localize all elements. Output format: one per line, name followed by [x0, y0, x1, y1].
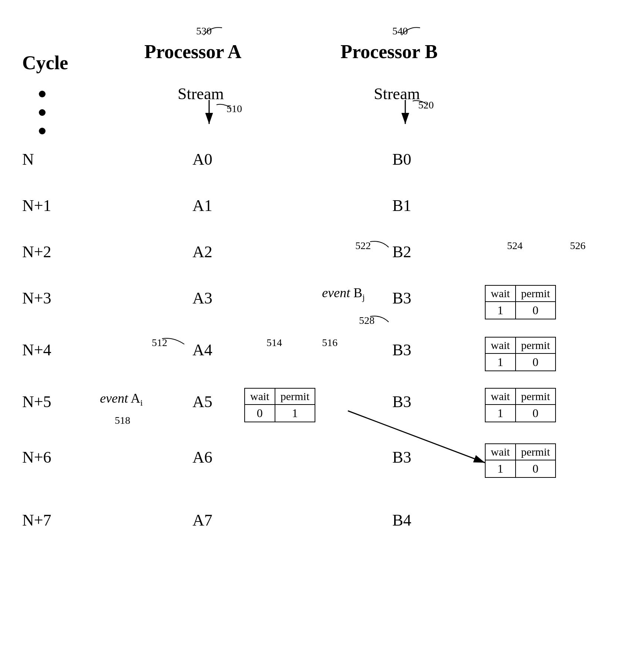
b1: B1: [392, 196, 411, 215]
cycle-n6: N+6: [22, 448, 51, 467]
table-b3-wait-val: 1: [485, 405, 516, 422]
table-b2-wait-val: 1: [485, 353, 516, 371]
b4: B4: [392, 511, 411, 530]
svg-line-4: [348, 411, 485, 463]
a1: A1: [192, 196, 212, 215]
b2: B2: [392, 242, 411, 261]
table-a: wait permit 0 1: [244, 388, 315, 422]
cycle-n: N: [22, 150, 34, 169]
b3-row4: B3: [392, 341, 411, 359]
table-b4-permit-header: permit: [516, 444, 556, 460]
event-bj: event Bj: [322, 285, 365, 302]
ref-530-line: [200, 24, 229, 43]
table-a-permit-header: permit: [275, 388, 315, 405]
b3-row6: B3: [392, 448, 411, 467]
cycle-n5: N+5: [22, 392, 51, 411]
table-a-permit-val: 1: [275, 405, 315, 422]
table-b2-wait-header: wait: [485, 337, 516, 353]
a7: A7: [192, 511, 212, 530]
table-b2-permit-val: 0: [516, 353, 556, 371]
table-b3-permit-header: permit: [516, 388, 556, 405]
table-b4-wait-val: 1: [485, 460, 516, 477]
table-b4-wait-header: wait: [485, 444, 516, 460]
table-b1-wait-header: wait: [485, 285, 516, 302]
ref-512-line: [158, 337, 188, 348]
cycle-n4: N+4: [22, 341, 51, 359]
a5: A5: [192, 392, 212, 411]
cycle-header: Cycle: [22, 52, 68, 74]
dot-1: [39, 91, 46, 97]
table-b-1: wait permit 1 0: [485, 285, 556, 319]
table-b2-permit-header: permit: [516, 337, 556, 353]
a3: A3: [192, 289, 212, 308]
ref-520-line: [409, 99, 431, 110]
cycle-n3: N+3: [22, 289, 51, 308]
b3-row3: B3: [392, 289, 411, 308]
table-b-2: wait permit 1 0: [485, 337, 556, 371]
ref-524: 524: [507, 240, 523, 252]
dot-2: [39, 109, 46, 116]
table-a-wait-header: wait: [245, 388, 275, 405]
processor-b-header: Processor B: [341, 41, 437, 63]
table-b1-wait-val: 1: [485, 302, 516, 319]
dot-3: [39, 128, 46, 134]
table-b1-permit-val: 0: [516, 302, 556, 319]
ref-522-line: [366, 240, 392, 251]
table-b3-permit-val: 0: [516, 405, 556, 422]
cycle-n2: N+2: [22, 242, 51, 261]
permit-arrow: [348, 403, 489, 470]
table-b-3: wait permit 1 0: [485, 388, 556, 422]
ref-526: 526: [570, 240, 586, 252]
diagram: Cycle 530 Processor A 540 Processor B St…: [0, 0, 644, 654]
cycle-n1: N+1: [22, 196, 51, 215]
table-b3-wait-header: wait: [485, 388, 516, 405]
ref-528-line: [366, 315, 392, 326]
a2: A2: [192, 242, 212, 261]
a4: A4: [192, 341, 212, 359]
table-b-4: wait permit 1 0: [485, 443, 556, 478]
ref-510-line: [213, 103, 235, 114]
a0: A0: [192, 150, 212, 169]
ref-518: 518: [115, 415, 130, 426]
ref-514: 514: [266, 337, 282, 349]
table-b4-permit-val: 0: [516, 460, 556, 477]
ref-540-line: [398, 24, 427, 43]
cycle-n7: N+7: [22, 511, 51, 530]
table-a-wait-val: 0: [245, 405, 275, 422]
event-ai: event Ai: [100, 390, 143, 408]
ref-516: 516: [322, 337, 338, 349]
a6: A6: [192, 448, 212, 467]
processor-a-header: Processor A: [144, 41, 241, 63]
table-b1-permit-header: permit: [516, 285, 556, 302]
b0: B0: [392, 150, 411, 169]
